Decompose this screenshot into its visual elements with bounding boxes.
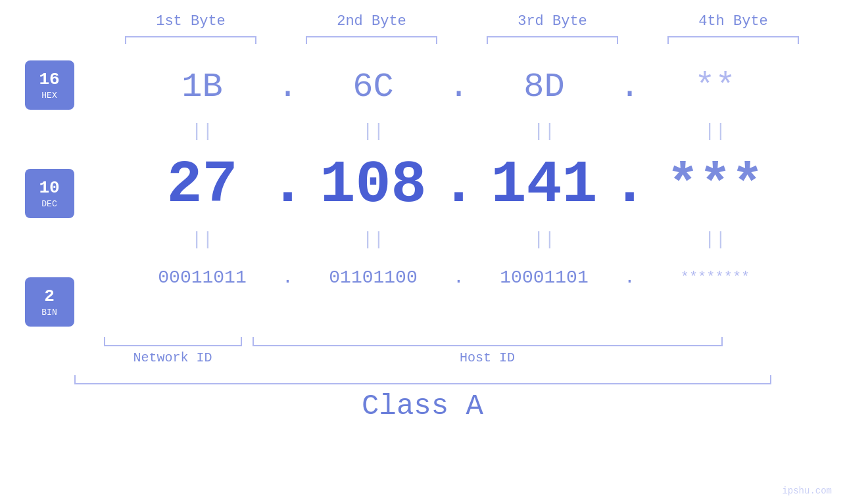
byte-headers: 1st Byte 2nd Byte 3rd Byte 4th Byte <box>101 13 824 30</box>
equals-row-1: || || || || <box>85 120 832 143</box>
dec-dot2: . <box>446 152 472 219</box>
byte2-header: 2nd Byte <box>299 13 444 30</box>
dec-b3-cell: 141 <box>472 152 617 219</box>
hex-b4: ** <box>694 68 735 106</box>
byte3-header: 3rd Byte <box>480 13 625 30</box>
dec-b3: 141 <box>491 152 597 219</box>
hex-b3: 8D <box>523 68 564 106</box>
eq2-b1: || <box>130 229 275 250</box>
dec-dot3-char: . <box>612 152 648 219</box>
dec-number: 10 <box>39 178 59 198</box>
bottom-bracket-area: Network ID Host ID <box>104 337 827 365</box>
watermark: ipshu.com <box>782 486 832 496</box>
dec-dot3: . <box>617 152 643 219</box>
hex-b2-cell: 6C <box>301 68 446 106</box>
byte4-header: 4th Byte <box>661 13 806 30</box>
eq1-b4: || <box>643 121 788 141</box>
eq2-b2: || <box>301 229 446 250</box>
top-brackets <box>101 36 824 44</box>
hex-dot2: . <box>446 68 472 106</box>
hex-dot1-char: . <box>278 68 298 106</box>
hex-name: HEX <box>41 91 57 101</box>
bottom-brackets-row <box>104 337 827 346</box>
hex-b4-cell: ** <box>643 68 788 106</box>
hex-row: 1B . 6C . 8D . ** <box>85 54 832 120</box>
dec-dot1: . <box>275 152 301 219</box>
bracket-byte1 <box>125 36 256 44</box>
bottom-labels-row: Network ID Host ID <box>104 346 827 365</box>
bin-dot2: . <box>446 267 472 288</box>
bin-b4-cell: ******** <box>643 269 788 286</box>
dec-b2: 108 <box>320 152 426 219</box>
bin-b2: 01101100 <box>329 267 417 288</box>
bin-b4: ******** <box>681 269 750 286</box>
bin-b3-cell: 10001101 <box>472 267 617 288</box>
dec-dot2-char: . <box>441 152 477 219</box>
host-bracket <box>253 337 723 346</box>
hex-number: 16 <box>39 70 59 90</box>
hex-dot3: . <box>617 68 643 106</box>
dec-b4-cell: *** <box>643 155 788 216</box>
dec-b4: *** <box>667 155 764 216</box>
eq2-b4: || <box>643 229 788 250</box>
hex-b1-cell: 1B <box>130 68 275 106</box>
network-id-label: Network ID <box>104 350 242 365</box>
equals-row-2: || || || || <box>85 228 832 251</box>
bin-dot2-char: . <box>453 267 464 288</box>
eq1-b2: || <box>301 121 446 141</box>
bin-dot1: . <box>275 267 301 288</box>
bin-b1-cell: 00011011 <box>130 267 275 288</box>
bin-row: 00011011 . 01101100 . 10001101 . <box>85 251 832 304</box>
bin-b3: 10001101 <box>500 267 588 288</box>
bin-b1: 00011011 <box>158 267 246 288</box>
eq2-b3: || <box>472 229 617 250</box>
dec-name: DEC <box>41 199 57 209</box>
hex-b1: 1B <box>181 68 222 106</box>
eq1-b3: || <box>472 121 617 141</box>
hex-badge: 16 HEX <box>25 60 74 110</box>
network-bracket <box>104 337 242 346</box>
bracket-byte2 <box>306 36 437 44</box>
bin-number: 2 <box>44 286 55 307</box>
bracket-byte3 <box>487 36 618 44</box>
bin-dot3: . <box>617 267 643 288</box>
dec-dot1-char: . <box>270 152 306 219</box>
dec-b1-cell: 27 <box>130 152 275 219</box>
bin-b2-cell: 01101100 <box>301 267 446 288</box>
hex-dot3-char: . <box>619 68 640 106</box>
hex-dot2-char: . <box>448 68 469 106</box>
grid-area: 1B . 6C . 8D . ** <box>85 54 845 333</box>
bin-badge: 2 BIN <box>25 277 74 327</box>
hex-b2: 6C <box>352 68 393 106</box>
bin-dot3-char: . <box>624 267 635 288</box>
class-section: Class A <box>0 375 845 423</box>
eq1-b1: || <box>130 121 275 141</box>
hex-b3-cell: 8D <box>472 68 617 106</box>
dec-b2-cell: 108 <box>301 152 446 219</box>
hex-dot1: . <box>275 68 301 106</box>
dec-b1: 27 <box>166 152 237 219</box>
bracket-byte4 <box>667 36 799 44</box>
bin-name: BIN <box>41 308 57 317</box>
main-container: 1st Byte 2nd Byte 3rd Byte 4th Byte 16 H… <box>0 0 845 504</box>
bin-dot1-char: . <box>282 267 293 288</box>
byte1-header: 1st Byte <box>118 13 263 30</box>
class-label: Class A <box>362 390 483 423</box>
content-area: 16 HEX 10 DEC 2 BIN 1B . <box>0 54 845 333</box>
class-bracket <box>74 375 771 384</box>
dec-row: 27 . 108 . 141 . *** <box>85 143 832 228</box>
dec-badge: 10 DEC <box>25 169 74 218</box>
host-id-label: Host ID <box>253 350 723 365</box>
base-labels: 16 HEX 10 DEC 2 BIN <box>0 54 85 333</box>
